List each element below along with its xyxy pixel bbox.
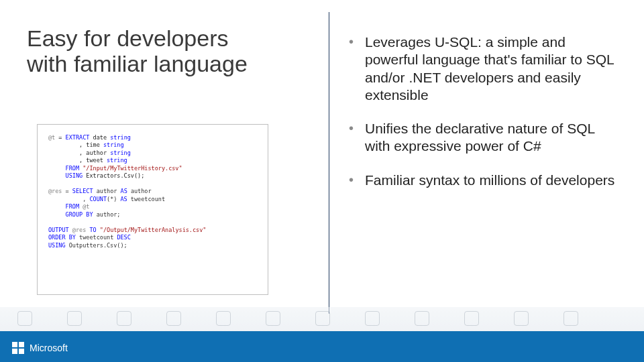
bullet-item: Leverages U-SQL: a simple and powerful l…: [349, 34, 617, 104]
vertical-divider: [329, 12, 329, 314]
title-line-2: with familiar language: [27, 51, 248, 76]
footer-bar: Microsoft: [0, 331, 644, 362]
title-line-1: Easy for developers: [27, 25, 229, 51]
footer-decoration: [0, 307, 644, 331]
brand-logo: Microsoft: [12, 342, 68, 354]
left-column: Easy for developers with familiar langua…: [27, 25, 315, 76]
brand-text: Microsoft: [30, 343, 68, 353]
bullet-list: Leverages U-SQL: a simple and powerful l…: [349, 34, 617, 189]
microsoft-icon: [12, 342, 24, 354]
bullet-item: Familiar syntax to millions of developer…: [349, 172, 617, 189]
bullet-item: Unifies the declarative nature of SQL wi…: [349, 120, 617, 156]
slide-title: Easy for developers with familiar langua…: [27, 25, 315, 76]
right-column: Leverages U-SQL: a simple and powerful l…: [349, 34, 617, 205]
code-sample: @t = EXTRACT date string , time string ,…: [37, 124, 268, 295]
slide: Easy for developers with familiar langua…: [0, 0, 644, 362]
